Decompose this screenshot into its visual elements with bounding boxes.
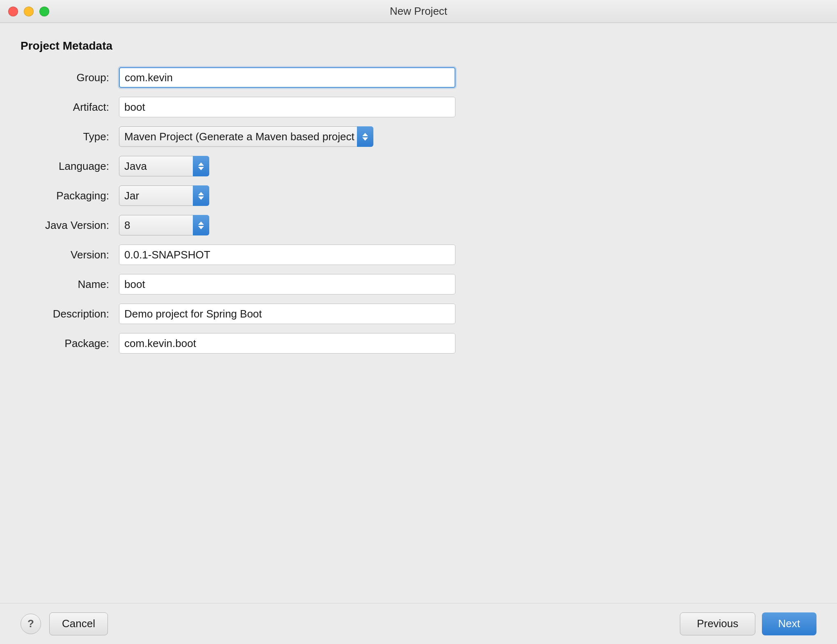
form-area: Group: Artifact: Type: Maven Project (Ge… — [21, 67, 816, 591]
language-row: Language: Java Kotlin Groovy — [21, 156, 816, 176]
bottom-bar: ? Cancel Previous Next — [0, 603, 837, 644]
packaging-select-wrapper: Jar War — [119, 185, 209, 206]
artifact-row: Artifact: — [21, 97, 816, 117]
packaging-label: Packaging: — [21, 190, 119, 202]
close-button[interactable] — [8, 7, 18, 16]
package-row: Package: — [21, 333, 816, 354]
description-row: Description: — [21, 304, 816, 324]
type-label: Type: — [21, 130, 119, 143]
language-label: Language: — [21, 160, 119, 173]
language-select-wrapper: Java Kotlin Groovy — [119, 156, 209, 176]
title-bar: New Project — [0, 0, 837, 23]
type-row: Type: Maven Project (Generate a Maven ba… — [21, 126, 816, 147]
section-title: Project Metadata — [21, 39, 816, 53]
cancel-button[interactable]: Cancel — [49, 612, 108, 635]
group-input[interactable] — [119, 67, 455, 88]
name-row: Name: — [21, 274, 816, 295]
minimize-button[interactable] — [24, 7, 34, 16]
artifact-input[interactable] — [119, 97, 455, 117]
version-row: Version: — [21, 244, 816, 265]
packaging-row: Packaging: Jar War — [21, 185, 816, 206]
window-controls — [8, 7, 49, 16]
java-version-select-wrapper: 8 11 17 — [119, 215, 209, 235]
java-version-row: Java Version: 8 11 17 — [21, 215, 816, 235]
window-title: New Project — [390, 5, 447, 18]
language-select[interactable]: Java Kotlin Groovy — [119, 156, 209, 176]
package-label: Package: — [21, 337, 119, 350]
group-label: Group: — [21, 71, 119, 84]
version-input[interactable] — [119, 244, 455, 265]
maximize-button[interactable] — [39, 7, 49, 16]
java-version-select[interactable]: 8 11 17 — [119, 215, 209, 235]
dialog-body: Project Metadata Group: Artifact: Type: … — [0, 23, 837, 603]
artifact-label: Artifact: — [21, 101, 119, 114]
java-version-label: Java Version: — [21, 219, 119, 232]
version-label: Version: — [21, 249, 119, 261]
type-select[interactable]: Maven Project (Generate a Maven based pr… — [119, 126, 373, 147]
name-input[interactable] — [119, 274, 455, 295]
packaging-select[interactable]: Jar War — [119, 185, 209, 206]
next-button[interactable]: Next — [762, 612, 816, 635]
description-label: Description: — [21, 308, 119, 320]
description-input[interactable] — [119, 304, 455, 324]
help-button[interactable]: ? — [21, 614, 41, 634]
bottom-right: Previous Next — [680, 612, 816, 635]
package-input[interactable] — [119, 333, 455, 354]
name-label: Name: — [21, 278, 119, 291]
type-select-wrapper: Maven Project (Generate a Maven based pr… — [119, 126, 373, 147]
bottom-left: ? Cancel — [21, 612, 108, 635]
previous-button[interactable]: Previous — [680, 612, 755, 635]
group-row: Group: — [21, 67, 816, 88]
